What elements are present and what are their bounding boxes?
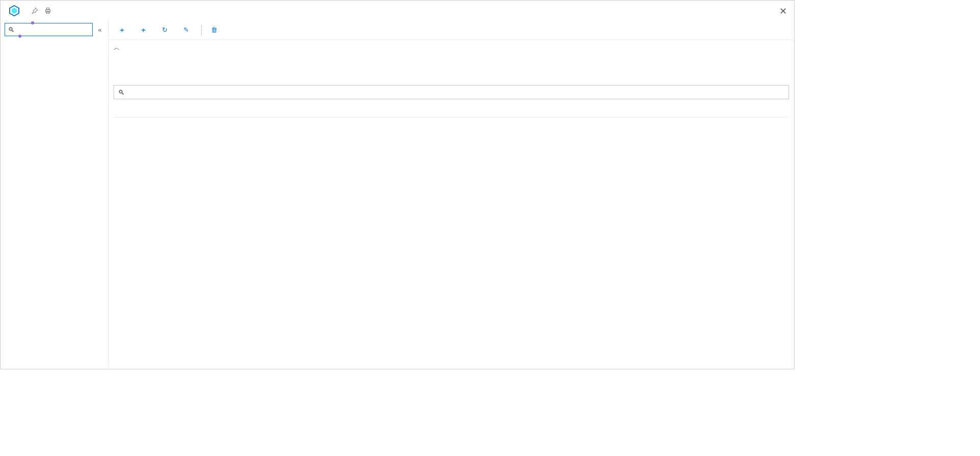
filter-input[interactable]	[128, 89, 784, 96]
separator	[201, 25, 202, 35]
reset-password-button[interactable]: ✎	[178, 24, 197, 36]
search-icon: 🔍︎	[118, 89, 125, 96]
filter-box[interactable]: 🔍︎	[114, 85, 789, 99]
synapse-icon	[8, 5, 20, 17]
analytics-pools-title	[108, 72, 794, 83]
command-bar: ＋ ＋ ↻ ✎ 🗑	[108, 20, 794, 40]
trash-icon: 🗑	[210, 26, 218, 34]
pin-icon[interactable]	[31, 7, 39, 15]
grid-header	[114, 101, 789, 118]
sql-pools-group	[114, 118, 789, 126]
highlight-dot	[18, 35, 21, 38]
getting-started-title	[108, 61, 794, 72]
svg-marker-1	[12, 8, 17, 14]
main-content: ＋ ＋ ↻ ✎ 🗑 ︿ 🔍︎	[108, 20, 794, 369]
print-icon[interactable]	[44, 7, 52, 15]
delete-button[interactable]: 🗑	[206, 24, 225, 36]
spark-pools-group	[114, 126, 789, 134]
sidebar-search[interactable]: 🔍︎	[5, 23, 93, 36]
new-sql-pool-button[interactable]: ＋	[114, 24, 133, 36]
plus-icon: ＋	[139, 26, 147, 34]
close-icon[interactable]: ✕	[777, 4, 789, 19]
svg-rect-3	[46, 8, 49, 10]
new-spark-pool-button[interactable]: ＋	[135, 24, 154, 36]
highlight-dot	[31, 21, 34, 24]
refresh-button[interactable]: ↻	[156, 24, 176, 36]
refresh-icon: ↻	[160, 26, 169, 34]
blade-header: ✕	[1, 1, 794, 20]
chevron-up-icon[interactable]: ︿	[114, 43, 120, 52]
collapse-sidebar-icon[interactable]: «	[96, 26, 104, 34]
search-input[interactable]	[17, 26, 89, 33]
search-icon: 🔍︎	[8, 26, 15, 34]
key-icon: ✎	[182, 26, 190, 34]
sidebar: 🔍︎ «	[1, 20, 108, 369]
plus-icon: ＋	[118, 26, 126, 34]
